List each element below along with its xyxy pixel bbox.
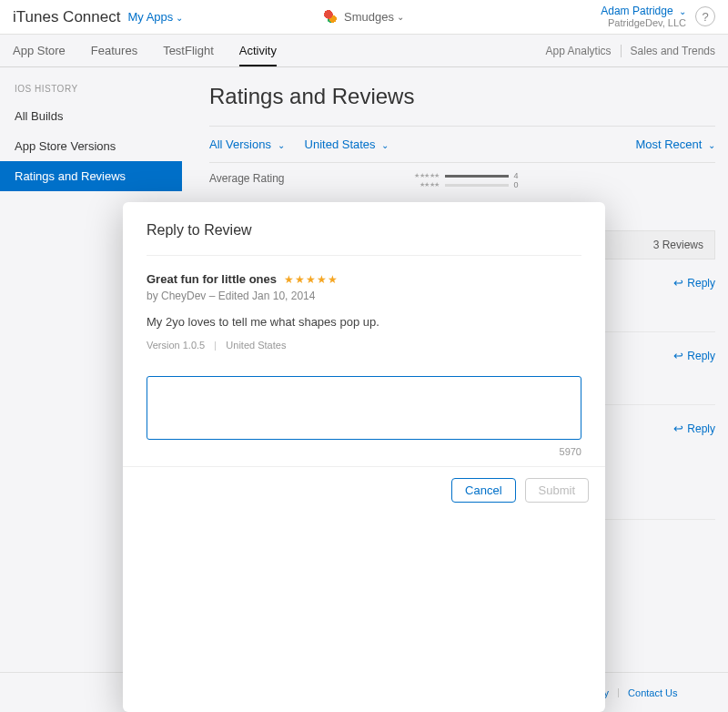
submit-button[interactable]: Submit (525, 478, 589, 503)
modal-review-country: United States (226, 340, 286, 351)
chevron-down-icon: ⌄ (176, 13, 183, 23)
reply-button[interactable]: ↩Reply (673, 276, 715, 290)
star-rating-icon: ★★★★★ (284, 273, 339, 286)
filter-row: All Versions ⌄ United States ⌄ Most Rece… (209, 126, 715, 163)
page-title: Ratings and Reviews (209, 84, 715, 109)
divider (621, 45, 622, 57)
my-apps-label: My Apps (127, 10, 173, 24)
average-rating-label: Average Rating (209, 172, 285, 185)
reply-arrow-icon: ↩ (673, 276, 683, 290)
app-name-label: Smudges (344, 10, 394, 24)
tab-features[interactable]: Features (91, 35, 137, 66)
app-icon (324, 10, 339, 25)
chevron-down-icon: ⌄ (278, 140, 285, 150)
rating-histogram: ★★★★★4 ★★★★0 (412, 172, 519, 190)
char-count: 5970 (147, 446, 581, 457)
sidebar-group-label: IOS HISTORY (0, 84, 182, 101)
modal-title: Reply to Review (147, 222, 581, 239)
user-info[interactable]: Adam Patridge ⌄ PatridgeDev, LLC (601, 5, 686, 30)
link-sales-trends[interactable]: Sales and Trends (631, 45, 715, 57)
filter-country-dropdown[interactable]: United States ⌄ (305, 137, 389, 151)
sidebar-item-all-builds[interactable]: All Builds (0, 101, 182, 131)
user-org-label: PatridgeDev, LLC (601, 17, 686, 29)
reply-button[interactable]: ↩Reply (673, 349, 715, 362)
sidebar-item-app-store-versions[interactable]: App Store Versions (0, 131, 182, 161)
brand-title: iTunes Connect (13, 8, 120, 26)
contact-link[interactable]: Contact Us (628, 687, 677, 698)
my-apps-dropdown[interactable]: My Apps⌄ (127, 10, 183, 24)
chevron-down-icon: ⌄ (679, 6, 686, 16)
user-name-label: Adam Patridge (601, 5, 672, 17)
tab-activity[interactable]: Activity (239, 35, 277, 66)
modal-review-body: My 2yo loves to tell me what shapes pop … (147, 315, 581, 329)
chevron-down-icon: ⌄ (397, 12, 404, 22)
reply-button[interactable]: ↩Reply (673, 422, 715, 435)
link-app-analytics[interactable]: App Analytics (546, 45, 612, 57)
sort-dropdown[interactable]: Most Recent ⌄ (635, 137, 715, 151)
app-selector-dropdown[interactable]: Smudges ⌄ (324, 10, 404, 25)
chevron-down-icon: ⌄ (381, 140, 389, 150)
cancel-button[interactable]: Cancel (451, 478, 515, 503)
reply-textarea[interactable] (147, 376, 581, 440)
modal-review-byline: by CheyDev – Edited Jan 10, 2014 (147, 290, 581, 302)
filter-versions-dropdown[interactable]: All Versions ⌄ (209, 137, 285, 151)
reply-arrow-icon: ↩ (673, 349, 683, 362)
reply-modal: Reply to Review Great fun for little one… (123, 202, 605, 712)
chevron-down-icon: ⌄ (708, 140, 715, 150)
modal-review-version: Version 1.0.5 (147, 340, 205, 351)
sidebar-item-ratings-reviews[interactable]: Ratings and Reviews (0, 161, 182, 191)
reply-arrow-icon: ↩ (673, 422, 683, 435)
top-header: iTunes Connect My Apps⌄ Smudges ⌄ Adam P… (0, 0, 728, 35)
modal-review-title: Great fun for little ones (147, 272, 277, 286)
tab-bar: App Store Features TestFlight Activity A… (0, 35, 728, 67)
tab-app-store[interactable]: App Store (13, 35, 66, 66)
help-icon[interactable]: ? (695, 6, 715, 26)
tab-testflight[interactable]: TestFlight (163, 35, 214, 66)
